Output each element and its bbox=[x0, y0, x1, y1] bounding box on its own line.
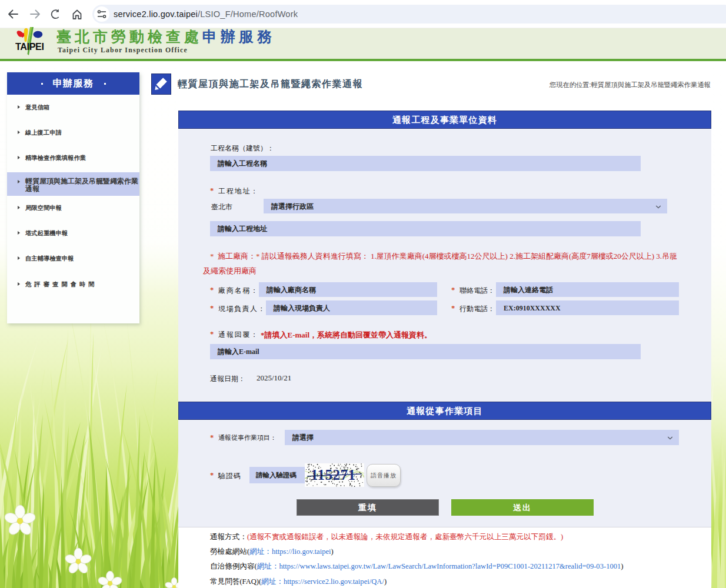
svg-text:TAIPEI: TAIPEI bbox=[15, 41, 44, 52]
